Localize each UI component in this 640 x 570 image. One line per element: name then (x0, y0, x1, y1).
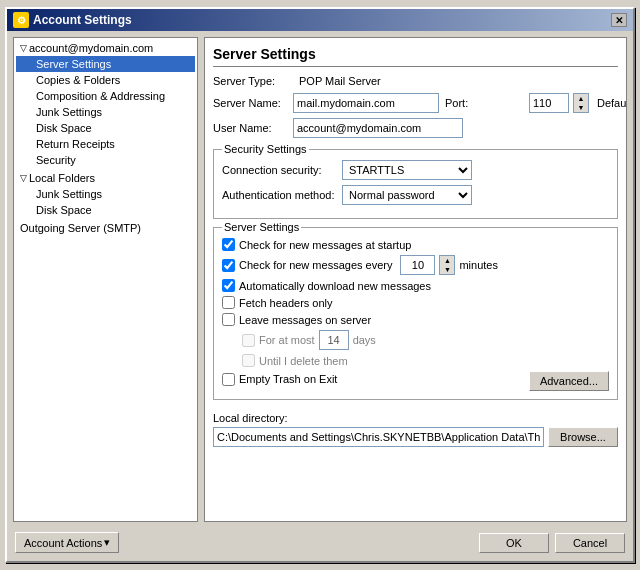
security-settings-group: Security Settings Connection security: S… (213, 149, 618, 219)
server-settings-group: Server Settings Check for new messages a… (213, 227, 618, 400)
section-title: Server Settings (213, 46, 618, 67)
advanced-button[interactable]: Advanced... (529, 371, 609, 391)
local-dir-label: Local directory: (213, 412, 618, 424)
check-every-row: Check for new messages every ▲ ▼ minutes (222, 255, 609, 275)
auto-download-row: Automatically download new messages (222, 279, 609, 292)
auth-method-row: Authentication method: Normal password (222, 185, 609, 205)
auth-method-select[interactable]: Normal password (342, 185, 472, 205)
server-name-row: Server Name: Port: ▲ ▼ Default: 110 (213, 93, 618, 113)
sidebar-item-smtp[interactable]: Outgoing Server (SMTP) (16, 220, 195, 236)
sidebar-item-junk2[interactable]: Junk Settings (16, 186, 195, 202)
days-input (319, 330, 349, 350)
sidebar-item-composition[interactable]: Composition & Addressing (16, 88, 195, 104)
browse-button[interactable]: Browse... (548, 427, 618, 447)
server-type-value: POP Mail Server (299, 75, 381, 87)
sidebar-item-junk[interactable]: Junk Settings (16, 104, 195, 120)
local-dir-input[interactable] (213, 427, 544, 447)
server-type-label: Server Type: (213, 75, 293, 87)
account-node[interactable]: ▽ account@mydomain.com (16, 40, 195, 56)
minutes-down-button[interactable]: ▼ (440, 265, 454, 274)
leave-messages-checkbox[interactable] (222, 313, 235, 326)
check-every-label: Check for new messages every (239, 259, 392, 271)
for-at-most-checkbox[interactable] (242, 334, 255, 347)
expand-icon2: ▽ (20, 173, 27, 183)
minutes-input[interactable] (400, 255, 435, 275)
username-label: User Name: (213, 122, 293, 134)
server-name-label: Server Name: (213, 97, 293, 109)
server-settings-group-label: Server Settings (222, 221, 301, 233)
default-label: Default: (597, 97, 627, 109)
bottom-bar: Account Actions ▾ OK Cancel (7, 528, 633, 561)
username-input[interactable] (293, 118, 463, 138)
username-row: User Name: (213, 118, 618, 138)
check-every-checkbox[interactable] (222, 259, 235, 272)
window-icon: ⚙ (13, 12, 29, 28)
titlebar: ⚙ Account Settings ✕ (7, 9, 633, 31)
window-title: Account Settings (33, 13, 132, 27)
server-settings-panel: Server Settings Server Type: POP Mail Se… (204, 37, 627, 522)
check-startup-label: Check for new messages at startup (239, 239, 411, 251)
cancel-button[interactable]: Cancel (555, 533, 625, 553)
account-actions-arrow: ▾ (104, 536, 110, 549)
sidebar-item-disk-space[interactable]: Disk Space (16, 120, 195, 136)
local-dir-section: Local directory: Browse... (213, 412, 618, 447)
account-actions-label: Account Actions (24, 537, 102, 549)
leave-messages-label: Leave messages on server (239, 314, 371, 326)
minutes-label: minutes (459, 259, 498, 271)
auto-download-checkbox[interactable] (222, 279, 235, 292)
minutes-group: ▲ ▼ minutes (400, 255, 498, 275)
ok-button[interactable]: OK (479, 533, 549, 553)
port-spinner[interactable]: ▲ ▼ (573, 93, 589, 113)
check-startup-checkbox[interactable] (222, 238, 235, 251)
expand-icon: ▽ (20, 43, 27, 53)
security-group-label: Security Settings (222, 143, 309, 155)
connection-security-label: Connection security: (222, 164, 342, 176)
connection-security-select[interactable]: STARTTLS (342, 160, 472, 180)
sidebar-item-server-settings[interactable]: Server Settings (16, 56, 195, 72)
auth-method-label: Authentication method: (222, 189, 342, 201)
local-dir-row: Browse... (213, 427, 618, 447)
days-label: days (353, 334, 376, 346)
account-actions-button[interactable]: Account Actions ▾ (15, 532, 119, 553)
sidebar-item-copies-folders[interactable]: Copies & Folders (16, 72, 195, 88)
until-delete-row: Until I delete them (242, 354, 609, 367)
port-down-button[interactable]: ▼ (574, 103, 588, 112)
sidebar-item-security[interactable]: Security (16, 152, 195, 168)
account-settings-window: ⚙ Account Settings ✕ ▽ account@mydomain.… (5, 7, 635, 563)
local-folders-node[interactable]: ▽ Local Folders (16, 170, 195, 186)
minutes-spinner[interactable]: ▲ ▼ (439, 255, 455, 275)
until-delete-label: Until I delete them (259, 355, 348, 367)
auto-download-label: Automatically download new messages (239, 280, 431, 292)
port-input[interactable] (529, 93, 569, 113)
ok-cancel-group: OK Cancel (479, 533, 625, 553)
leave-messages-row: Leave messages on server (222, 313, 609, 326)
fetch-headers-row: Fetch headers only (222, 296, 609, 309)
until-delete-checkbox[interactable] (242, 354, 255, 367)
empty-trash-row: Empty Trash on Exit (222, 373, 337, 386)
empty-trash-checkbox[interactable] (222, 373, 235, 386)
close-button[interactable]: ✕ (611, 13, 627, 27)
minutes-up-button[interactable]: ▲ (440, 256, 454, 265)
sidebar: ▽ account@mydomain.com Server Settings C… (13, 37, 198, 522)
check-startup-row: Check for new messages at startup (222, 238, 609, 251)
empty-trash-label: Empty Trash on Exit (239, 373, 337, 385)
fetch-headers-checkbox[interactable] (222, 296, 235, 309)
sidebar-item-disk-space2[interactable]: Disk Space (16, 202, 195, 218)
connection-security-row: Connection security: STARTTLS (222, 160, 609, 180)
for-at-most-row: For at most days (242, 330, 609, 350)
server-type-row: Server Type: POP Mail Server (213, 75, 618, 87)
sidebar-item-return-receipts[interactable]: Return Receipts (16, 136, 195, 152)
server-name-input[interactable] (293, 93, 439, 113)
port-label: Port: (445, 97, 525, 109)
for-at-most-label: For at most (259, 334, 315, 346)
leave-messages-options: For at most days Until I delete them (222, 330, 609, 367)
port-up-button[interactable]: ▲ (574, 94, 588, 103)
fetch-headers-label: Fetch headers only (239, 297, 333, 309)
